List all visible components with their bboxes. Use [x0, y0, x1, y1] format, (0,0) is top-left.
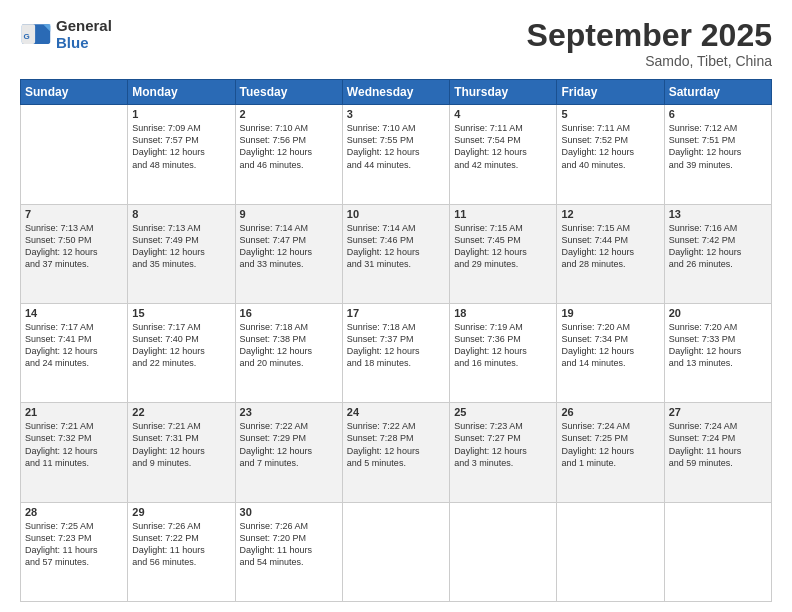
- calendar-cell: 12Sunrise: 7:15 AMSunset: 7:44 PMDayligh…: [557, 204, 664, 303]
- calendar-week-5: 28Sunrise: 7:25 AMSunset: 7:23 PMDayligh…: [21, 502, 772, 601]
- day-number: 30: [240, 506, 338, 518]
- calendar-week-3: 14Sunrise: 7:17 AMSunset: 7:41 PMDayligh…: [21, 303, 772, 402]
- cell-content: Sunrise: 7:13 AMSunset: 7:49 PMDaylight:…: [132, 222, 230, 271]
- calendar-cell: 28Sunrise: 7:25 AMSunset: 7:23 PMDayligh…: [21, 502, 128, 601]
- day-number: 19: [561, 307, 659, 319]
- calendar-cell: 9Sunrise: 7:14 AMSunset: 7:47 PMDaylight…: [235, 204, 342, 303]
- day-number: 23: [240, 406, 338, 418]
- calendar-cell: 20Sunrise: 7:20 AMSunset: 7:33 PMDayligh…: [664, 303, 771, 402]
- cell-content: Sunrise: 7:11 AMSunset: 7:52 PMDaylight:…: [561, 122, 659, 171]
- calendar-week-4: 21Sunrise: 7:21 AMSunset: 7:32 PMDayligh…: [21, 403, 772, 502]
- cell-content: Sunrise: 7:20 AMSunset: 7:34 PMDaylight:…: [561, 321, 659, 370]
- calendar-cell: 19Sunrise: 7:20 AMSunset: 7:34 PMDayligh…: [557, 303, 664, 402]
- day-number: 26: [561, 406, 659, 418]
- cell-content: Sunrise: 7:09 AMSunset: 7:57 PMDaylight:…: [132, 122, 230, 171]
- day-number: 20: [669, 307, 767, 319]
- logo-general-text: General: [56, 18, 112, 35]
- day-number: 1: [132, 108, 230, 120]
- day-number: 22: [132, 406, 230, 418]
- day-number: 18: [454, 307, 552, 319]
- day-number: 15: [132, 307, 230, 319]
- day-number: 17: [347, 307, 445, 319]
- calendar-cell: 6Sunrise: 7:12 AMSunset: 7:51 PMDaylight…: [664, 105, 771, 204]
- header-tuesday: Tuesday: [235, 80, 342, 105]
- cell-content: Sunrise: 7:26 AMSunset: 7:20 PMDaylight:…: [240, 520, 338, 569]
- day-number: 8: [132, 208, 230, 220]
- calendar-week-2: 7Sunrise: 7:13 AMSunset: 7:50 PMDaylight…: [21, 204, 772, 303]
- calendar-cell: 25Sunrise: 7:23 AMSunset: 7:27 PMDayligh…: [450, 403, 557, 502]
- svg-text:G: G: [24, 31, 30, 40]
- calendar-cell: [21, 105, 128, 204]
- cell-content: Sunrise: 7:24 AMSunset: 7:25 PMDaylight:…: [561, 420, 659, 469]
- calendar-header-row: Sunday Monday Tuesday Wednesday Thursday…: [21, 80, 772, 105]
- day-number: 29: [132, 506, 230, 518]
- cell-content: Sunrise: 7:10 AMSunset: 7:56 PMDaylight:…: [240, 122, 338, 171]
- calendar-cell: 27Sunrise: 7:24 AMSunset: 7:24 PMDayligh…: [664, 403, 771, 502]
- calendar-cell: [557, 502, 664, 601]
- header-sunday: Sunday: [21, 80, 128, 105]
- cell-content: Sunrise: 7:17 AMSunset: 7:40 PMDaylight:…: [132, 321, 230, 370]
- header-friday: Friday: [557, 80, 664, 105]
- cell-content: Sunrise: 7:23 AMSunset: 7:27 PMDaylight:…: [454, 420, 552, 469]
- day-number: 2: [240, 108, 338, 120]
- calendar-cell: 21Sunrise: 7:21 AMSunset: 7:32 PMDayligh…: [21, 403, 128, 502]
- calendar-cell: 7Sunrise: 7:13 AMSunset: 7:50 PMDaylight…: [21, 204, 128, 303]
- day-number: 24: [347, 406, 445, 418]
- cell-content: Sunrise: 7:26 AMSunset: 7:22 PMDaylight:…: [132, 520, 230, 569]
- day-number: 25: [454, 406, 552, 418]
- calendar-cell: 3Sunrise: 7:10 AMSunset: 7:55 PMDaylight…: [342, 105, 449, 204]
- logo: G General Blue: [20, 18, 112, 51]
- cell-content: Sunrise: 7:18 AMSunset: 7:38 PMDaylight:…: [240, 321, 338, 370]
- calendar-cell: 23Sunrise: 7:22 AMSunset: 7:29 PMDayligh…: [235, 403, 342, 502]
- location: Samdo, Tibet, China: [527, 53, 772, 69]
- calendar-cell: 18Sunrise: 7:19 AMSunset: 7:36 PMDayligh…: [450, 303, 557, 402]
- cell-content: Sunrise: 7:15 AMSunset: 7:44 PMDaylight:…: [561, 222, 659, 271]
- logo-blue-text: Blue: [56, 35, 112, 52]
- calendar-cell: 22Sunrise: 7:21 AMSunset: 7:31 PMDayligh…: [128, 403, 235, 502]
- cell-content: Sunrise: 7:18 AMSunset: 7:37 PMDaylight:…: [347, 321, 445, 370]
- day-number: 28: [25, 506, 123, 518]
- month-title: September 2025: [527, 18, 772, 53]
- cell-content: Sunrise: 7:19 AMSunset: 7:36 PMDaylight:…: [454, 321, 552, 370]
- calendar-cell: 16Sunrise: 7:18 AMSunset: 7:38 PMDayligh…: [235, 303, 342, 402]
- calendar-cell: [664, 502, 771, 601]
- cell-content: Sunrise: 7:22 AMSunset: 7:28 PMDaylight:…: [347, 420, 445, 469]
- cell-content: Sunrise: 7:12 AMSunset: 7:51 PMDaylight:…: [669, 122, 767, 171]
- cell-content: Sunrise: 7:21 AMSunset: 7:32 PMDaylight:…: [25, 420, 123, 469]
- day-number: 21: [25, 406, 123, 418]
- header-thursday: Thursday: [450, 80, 557, 105]
- day-number: 11: [454, 208, 552, 220]
- calendar-cell: 14Sunrise: 7:17 AMSunset: 7:41 PMDayligh…: [21, 303, 128, 402]
- calendar-cell: 10Sunrise: 7:14 AMSunset: 7:46 PMDayligh…: [342, 204, 449, 303]
- calendar-cell: 30Sunrise: 7:26 AMSunset: 7:20 PMDayligh…: [235, 502, 342, 601]
- cell-content: Sunrise: 7:22 AMSunset: 7:29 PMDaylight:…: [240, 420, 338, 469]
- calendar-cell: 17Sunrise: 7:18 AMSunset: 7:37 PMDayligh…: [342, 303, 449, 402]
- day-number: 13: [669, 208, 767, 220]
- day-number: 12: [561, 208, 659, 220]
- day-number: 27: [669, 406, 767, 418]
- calendar-cell: 1Sunrise: 7:09 AMSunset: 7:57 PMDaylight…: [128, 105, 235, 204]
- day-number: 16: [240, 307, 338, 319]
- calendar-cell: 8Sunrise: 7:13 AMSunset: 7:49 PMDaylight…: [128, 204, 235, 303]
- calendar-cell: 4Sunrise: 7:11 AMSunset: 7:54 PMDaylight…: [450, 105, 557, 204]
- day-number: 14: [25, 307, 123, 319]
- calendar-cell: 29Sunrise: 7:26 AMSunset: 7:22 PMDayligh…: [128, 502, 235, 601]
- day-number: 5: [561, 108, 659, 120]
- header-monday: Monday: [128, 80, 235, 105]
- day-number: 4: [454, 108, 552, 120]
- cell-content: Sunrise: 7:20 AMSunset: 7:33 PMDaylight:…: [669, 321, 767, 370]
- cell-content: Sunrise: 7:10 AMSunset: 7:55 PMDaylight:…: [347, 122, 445, 171]
- calendar-cell: 2Sunrise: 7:10 AMSunset: 7:56 PMDaylight…: [235, 105, 342, 204]
- cell-content: Sunrise: 7:13 AMSunset: 7:50 PMDaylight:…: [25, 222, 123, 271]
- calendar-cell: [342, 502, 449, 601]
- cell-content: Sunrise: 7:15 AMSunset: 7:45 PMDaylight:…: [454, 222, 552, 271]
- cell-content: Sunrise: 7:24 AMSunset: 7:24 PMDaylight:…: [669, 420, 767, 469]
- cell-content: Sunrise: 7:21 AMSunset: 7:31 PMDaylight:…: [132, 420, 230, 469]
- calendar-week-1: 1Sunrise: 7:09 AMSunset: 7:57 PMDaylight…: [21, 105, 772, 204]
- cell-content: Sunrise: 7:11 AMSunset: 7:54 PMDaylight:…: [454, 122, 552, 171]
- calendar-cell: 5Sunrise: 7:11 AMSunset: 7:52 PMDaylight…: [557, 105, 664, 204]
- day-number: 3: [347, 108, 445, 120]
- calendar-cell: 11Sunrise: 7:15 AMSunset: 7:45 PMDayligh…: [450, 204, 557, 303]
- calendar-cell: 13Sunrise: 7:16 AMSunset: 7:42 PMDayligh…: [664, 204, 771, 303]
- day-number: 9: [240, 208, 338, 220]
